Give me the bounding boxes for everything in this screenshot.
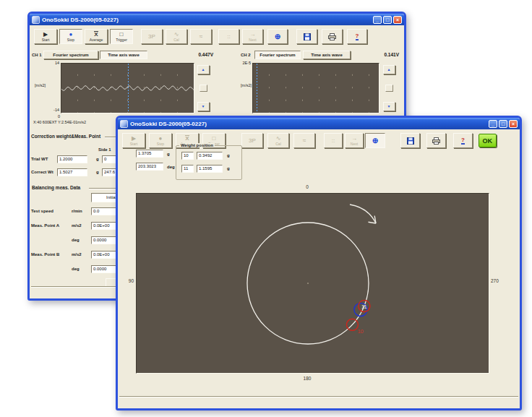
- filter-button[interactable]: ≈: [190, 29, 212, 44]
- next-icon: →: [250, 31, 256, 38]
- ch1-cursor[interactable]: [128, 64, 129, 113]
- close-button[interactable]: ×: [509, 120, 518, 128]
- start-button[interactable]: ▶ Start: [34, 29, 57, 44]
- correction-angle-unit: deg: [167, 165, 175, 169]
- stop-icon: ●: [69, 31, 73, 38]
- weight-position-1-unit: g: [227, 153, 230, 158]
- ch1-yunit: [m/s2]: [30, 83, 46, 87]
- cal-icon: ∿: [174, 31, 179, 38]
- ch1-scale-thumb[interactable]: [200, 85, 207, 92]
- window-title: OnoSokki DS-2000(05-0227): [130, 121, 207, 127]
- help-icon: ?: [461, 137, 465, 145]
- maximize-button[interactable]: □: [499, 120, 507, 128]
- ch2-label: CH 2: [241, 53, 251, 57]
- ch1-tab-time[interactable]: Time axis wave: [100, 51, 147, 59]
- ch1-level: 0.447V: [184, 52, 213, 57]
- schedule-button[interactable]: 3P: [141, 29, 163, 44]
- balance-display-button[interactable]: ⊕: [365, 133, 385, 148]
- back-titlebar[interactable]: OnoSokki DS-2000(05-0227) _ □ ×: [30, 14, 404, 25]
- help-button[interactable]: ?: [453, 133, 473, 148]
- weight-position-2-value[interactable]: 1.1595: [197, 165, 223, 173]
- point-a-unit: m/s2: [72, 223, 82, 228]
- ch2-scale-scrollbar[interactable]: ▲ ▼: [382, 65, 395, 111]
- ch2-tab-fourier[interactable]: Fourier spectrum: [254, 51, 301, 59]
- crosshair-icon: ⊕: [275, 33, 280, 40]
- ch1-scale-scrollbar[interactable]: ▲ ▼: [197, 65, 210, 111]
- point-a-deg-unit: deg: [72, 238, 80, 242]
- ch1-plot[interactable]: [61, 63, 194, 113]
- setup-icon: ::: [332, 137, 335, 144]
- help-button[interactable]: ?: [347, 29, 367, 44]
- balance-display-button[interactable]: ⊕: [267, 29, 288, 44]
- next-icon: →: [351, 135, 357, 142]
- ch2-scale-up-button[interactable]: ▲: [383, 65, 395, 74]
- ch1-scale-down-button[interactable]: ▼: [197, 102, 210, 111]
- trial-wt-label: Trial WT: [31, 157, 48, 161]
- stop-button[interactable]: ● Stop: [149, 133, 172, 148]
- ch2-tab-time[interactable]: Time axis wave: [303, 51, 351, 59]
- trigger-button[interactable]: □ Trigger: [110, 29, 133, 44]
- weight-position-1-value[interactable]: 0.3492: [197, 152, 223, 160]
- weight-position-2-index[interactable]: 11: [181, 165, 194, 173]
- polar-label-90: 90: [119, 278, 134, 283]
- balancing-section-header: Balancing meas. Data: [32, 185, 80, 190]
- stop-button[interactable]: ● Stop: [59, 29, 82, 44]
- minimize-button[interactable]: _: [373, 16, 382, 24]
- save-button[interactable]: [400, 133, 420, 148]
- trigger-icon: □: [120, 31, 124, 38]
- ch1-ymin: -14: [40, 108, 59, 112]
- front-titlebar[interactable]: OnoSokki DS-2000(05-0227) _ □ ×: [118, 118, 520, 129]
- correction-weight-field[interactable]: 1.3705: [136, 150, 163, 158]
- start-button[interactable]: ▶ Start: [122, 133, 145, 148]
- correct-weight-field[interactable]: 1.5027: [57, 168, 87, 176]
- weight-position-group: Weight position 10 0.3492 g 11 1.1595 g: [176, 145, 242, 180]
- next-button[interactable]: → Next: [345, 133, 364, 148]
- point-b-deg-unit: deg: [72, 267, 80, 271]
- correction-angle-field[interactable]: 203.3023: [136, 163, 163, 171]
- correct-wt-label: Correct Wt: [31, 170, 53, 174]
- ch2-scale-down-button[interactable]: ▼: [383, 102, 395, 111]
- filter-button[interactable]: ≈: [293, 133, 315, 148]
- correction-section-header: Correction weight&Meas. Point: [31, 134, 100, 139]
- ch2-plot[interactable]: [252, 63, 379, 113]
- save-button[interactable]: [296, 29, 317, 44]
- app-icon: [32, 16, 40, 24]
- next-button[interactable]: → Next: [242, 29, 263, 44]
- ch1-tab-fourier[interactable]: Fourier spectrum: [43, 51, 98, 59]
- schedule-icon: 3P: [249, 137, 256, 144]
- play-icon: ▶: [43, 31, 48, 38]
- rotor-center-dot: [307, 283, 309, 284]
- cal-button[interactable]: ∿ Cal: [267, 133, 289, 148]
- minimize-button[interactable]: _: [489, 120, 497, 128]
- correct-unit-label: g: [96, 170, 99, 174]
- ch1-scale-up-button[interactable]: ▲: [197, 65, 210, 74]
- close-button[interactable]: ×: [393, 16, 402, 24]
- average-button[interactable]: X Average: [85, 29, 108, 44]
- ch2-cursor[interactable]: [257, 64, 257, 113]
- trial-unit-label: g: [96, 157, 99, 161]
- cal-button[interactable]: ∿ Cal: [166, 29, 187, 44]
- schedule-button[interactable]: 3P: [241, 133, 263, 148]
- trial-weight-field[interactable]: 1.2000: [57, 155, 87, 163]
- average-icon: X: [185, 135, 189, 142]
- ch2-level: 0.141V: [370, 52, 399, 57]
- maximize-button[interactable]: □: [383, 16, 392, 24]
- ch2-yunit: [m/s2]: [234, 83, 252, 87]
- weight-marker-10-label: 10: [357, 328, 363, 335]
- ch2-scale-thumb[interactable]: [385, 85, 393, 92]
- setup-button[interactable]: ::: [324, 133, 343, 148]
- setup-button[interactable]: ::: [218, 29, 239, 44]
- filter-icon: ≈: [303, 137, 306, 144]
- polar-plot[interactable]: 10 11: [136, 193, 489, 374]
- desktop: OnoSokki DS-2000(05-0227) _ □ × ▶ Start …: [0, 0, 532, 417]
- ch1-x-origin: 0: [58, 114, 60, 119]
- average-icon: X: [94, 31, 98, 38]
- print-button[interactable]: [322, 29, 343, 44]
- floppy-icon: [304, 33, 311, 40]
- print-button[interactable]: [426, 133, 446, 148]
- ch2-ymax: 2E-5: [235, 61, 251, 65]
- weight-position-1-index[interactable]: 10: [181, 152, 194, 160]
- stop-icon: ●: [159, 135, 163, 142]
- rotation-arrow: [350, 205, 376, 223]
- ok-button[interactable]: OK: [479, 134, 497, 147]
